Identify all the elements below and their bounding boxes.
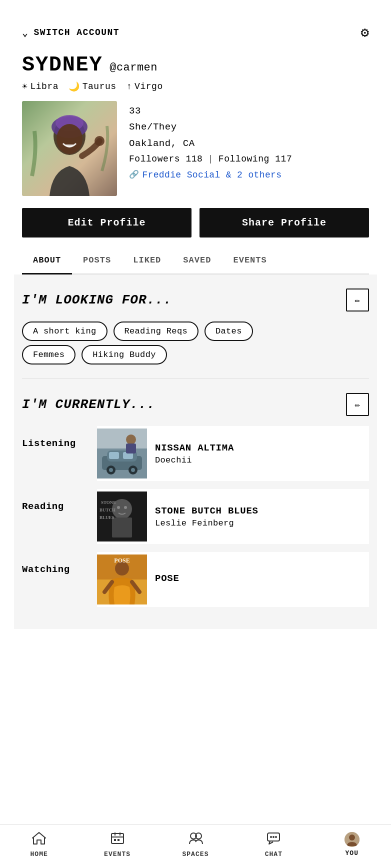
share-profile-button[interactable]: Share Profile: [200, 208, 369, 238]
tab-posts[interactable]: POSTS: [72, 248, 122, 274]
edit-profile-button[interactable]: Edit Profile: [22, 208, 192, 238]
switch-account-button[interactable]: ⌄ SWITCH ACCOUNT: [22, 26, 120, 39]
reading-card[interactable]: STONE BUTCH BLUES Stone Butch Blues Lesl…: [97, 489, 369, 544]
currently-title: I'M CURRENTLY...: [22, 397, 155, 412]
svg-point-41: [270, 836, 272, 838]
svg-point-42: [272, 836, 274, 838]
svg-point-43: [275, 836, 277, 838]
tag-hiking-buddy[interactable]: Hiking Buddy: [82, 345, 167, 364]
chevron-down-icon: ⌄: [22, 26, 28, 39]
listening-label: Listening: [22, 426, 97, 449]
tag-dates[interactable]: Dates: [204, 322, 253, 341]
bio-details: 33 She/They Oakland, CA Followers 118 | …: [129, 101, 292, 196]
watching-row: Watching POSE: [22, 552, 369, 607]
reading-row: Reading STONE BUTCH BLUES: [22, 489, 369, 544]
sun-icon: ☀: [22, 81, 28, 92]
profile-age: 33: [129, 103, 292, 119]
follow-stats: Followers 118 | Following 117: [129, 152, 292, 167]
profile-handle: @carmen: [110, 62, 158, 74]
svg-text:BLUES: BLUES: [100, 515, 114, 520]
currently-edit-button[interactable]: ✏: [346, 393, 369, 416]
link-icon: 🔗: [129, 168, 139, 182]
nav-events[interactable]: EVENTS: [98, 831, 138, 858]
looking-for-header: I'M LOOKING FOR... ✏: [22, 288, 369, 312]
events-label: EVENTS: [104, 850, 130, 858]
stone-info: Stone Butch Blues Leslie Feinberg: [147, 498, 369, 535]
nissan-info: NISSAN ALTIMA Doechii: [147, 436, 369, 472]
switch-account-label: SWITCH ACCOUNT: [34, 28, 119, 38]
nav-spaces[interactable]: SPACES: [176, 831, 216, 858]
tag-femmes[interactable]: Femmes: [22, 345, 76, 364]
stone-artist: Leslie Feinberg: [155, 518, 361, 528]
gear-icon[interactable]: ⚙: [360, 24, 369, 41]
stone-title: Stone Butch Blues: [155, 506, 361, 516]
following-count: 117: [275, 152, 292, 167]
tab-liked[interactable]: LIKED: [122, 248, 172, 274]
watching-label: Watching: [22, 552, 97, 575]
tab-saved[interactable]: SAVED: [172, 248, 222, 274]
svg-rect-17: [126, 444, 136, 454]
svg-text:POSE: POSE: [114, 557, 130, 564]
listening-card[interactable]: NISSAN ALTIMA Doechii: [97, 426, 369, 481]
mutual-text: Freddie Social & 2 others: [142, 168, 282, 183]
profile-location: Oakland, CA: [129, 136, 292, 152]
home-label: HOME: [30, 850, 48, 858]
pose-title: Pose: [155, 573, 361, 584]
currently-header: I'M CURRENTLY... ✏: [22, 393, 369, 416]
profile-header: SYDNEY @carmen ☀ Libra 🌙 Taurus ↑ Virgo: [0, 49, 391, 196]
sun-label: Libra: [30, 82, 58, 92]
svg-point-16: [126, 434, 136, 444]
stone-thumb: STONE BUTCH BLUES: [97, 492, 147, 542]
rising-icon: ↑: [126, 82, 132, 92]
looking-for-title: I'M LOOKING FOR...: [22, 292, 172, 308]
avatar: [22, 101, 117, 196]
you-label: YOU: [345, 850, 358, 857]
svg-rect-37: [118, 839, 120, 841]
pose-info: Pose: [147, 566, 369, 593]
svg-text:STONE: STONE: [101, 500, 116, 505]
watching-card[interactable]: POSE Pose: [97, 552, 369, 607]
action-buttons: Edit Profile Share Profile: [22, 208, 369, 238]
rising-sign: ↑ Virgo: [126, 81, 163, 92]
moon-sign: 🌙 Taurus: [68, 81, 116, 92]
currently-section: I'M CURRENTLY... ✏ Listening: [22, 393, 369, 607]
svg-rect-36: [114, 839, 116, 841]
moon-icon: 🌙: [68, 81, 80, 92]
svg-rect-32: [112, 834, 124, 844]
spaces-label: SPACES: [182, 850, 208, 858]
nissan-title: NISSAN ALTIMA: [155, 442, 361, 454]
top-bar: ⌄ SWITCH ACCOUNT ⚙: [0, 0, 391, 49]
chat-icon: [266, 831, 281, 848]
svg-point-14: [109, 468, 113, 472]
moon-label: Taurus: [82, 82, 116, 92]
svg-point-4: [56, 124, 82, 154]
profile-bio: 33 She/They Oakland, CA Followers 118 | …: [22, 101, 369, 196]
sun-sign: ☀ Libra: [22, 81, 58, 92]
tab-events[interactable]: EVENTS: [222, 248, 278, 274]
svg-point-5: [94, 136, 104, 146]
tag-reading-reqs[interactable]: Reading Reqs: [114, 322, 199, 341]
avatar-image: [22, 101, 117, 196]
tag-short-king[interactable]: A short king: [22, 322, 108, 341]
section-divider: [22, 378, 369, 379]
astrology-row: ☀ Libra 🌙 Taurus ↑ Virgo: [22, 81, 369, 92]
svg-point-15: [131, 468, 135, 472]
edit-icon: ✏: [355, 294, 360, 306]
profile-name: SYDNEY: [22, 53, 102, 77]
svg-rect-10: [109, 452, 119, 459]
about-section: I'M LOOKING FOR... ✏ A short king Readin…: [14, 274, 377, 629]
nav-chat[interactable]: CHAT: [254, 831, 294, 858]
reading-label: Reading: [22, 489, 97, 512]
svg-text:BUTCH: BUTCH: [100, 508, 116, 512]
tab-about[interactable]: ABOUT: [22, 248, 72, 274]
pose-thumb: POSE: [97, 554, 147, 604]
following-label: Following: [218, 152, 270, 167]
nav-you[interactable]: YOU: [332, 832, 372, 857]
name-row: SYDNEY @carmen: [22, 53, 369, 77]
mutual-follows[interactable]: 🔗 Freddie Social & 2 others: [129, 168, 292, 183]
followers-label: Followers: [129, 152, 180, 167]
svg-rect-20: [112, 518, 132, 538]
nav-home[interactable]: HOME: [19, 831, 59, 858]
you-avatar: [344, 832, 360, 847]
looking-for-edit-button[interactable]: ✏: [346, 288, 369, 312]
